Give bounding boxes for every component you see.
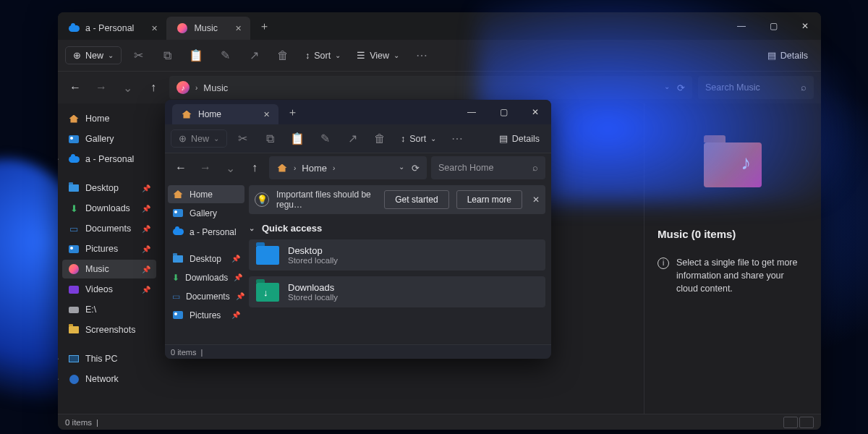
sidebar-item-documents[interactable]: ▭Documents📌: [62, 219, 156, 238]
sidebar-item-this-pc[interactable]: ›This PC: [62, 349, 156, 368]
sidebar-item-personal[interactable]: ›a - Personal: [62, 150, 156, 169]
more-button[interactable]: ⋯: [445, 128, 469, 150]
minimize-button[interactable]: ―: [456, 100, 488, 126]
sort-button[interactable]: ↕ Sort ⌄: [395, 131, 442, 147]
folder-green-icon: ↓: [256, 283, 279, 302]
tab-personal[interactable]: a - Personal ✕: [58, 17, 166, 40]
sidebar-item-videos[interactable]: Videos📌: [62, 280, 156, 299]
breadcrumb[interactable]: › Home › ⌄ ⟳: [269, 156, 427, 179]
rename-button[interactable]: ✎: [213, 45, 237, 67]
tab-music[interactable]: Music ✕: [166, 17, 250, 40]
sidebar-item-gallery[interactable]: Gallery: [168, 204, 244, 222]
forward-button[interactable]: →: [195, 158, 216, 178]
up-button[interactable]: ↑: [143, 77, 163, 98]
breadcrumb-segment[interactable]: Home: [302, 163, 327, 174]
chevron-right-icon: ›: [195, 84, 197, 92]
sidebar-item-drive-e[interactable]: E:\: [62, 300, 156, 319]
tab-close-icon[interactable]: ✕: [235, 24, 242, 33]
back-button[interactable]: ←: [171, 158, 191, 178]
up-button[interactable]: ↑: [244, 158, 265, 178]
maximize-button[interactable]: ▢: [757, 12, 789, 40]
new-tab-button[interactable]: ＋: [278, 106, 307, 119]
new-label: New: [191, 134, 209, 144]
cut-button[interactable]: ✂: [230, 128, 255, 150]
sidebar-item-music[interactable]: Music📌: [62, 260, 156, 278]
get-started-button[interactable]: Get started: [384, 190, 448, 209]
delete-button[interactable]: 🗑: [271, 45, 295, 67]
search-placeholder: Search Home: [438, 163, 493, 173]
view-button[interactable]: ☰ View ⌄: [351, 47, 405, 64]
copy-button[interactable]: ⧉: [155, 45, 179, 67]
rename-button[interactable]: ✎: [312, 128, 337, 150]
tile-detail: Stored locally: [288, 293, 338, 302]
refresh-button[interactable]: ⟳: [412, 163, 420, 174]
recent-button[interactable]: ⌄: [220, 158, 240, 178]
close-button[interactable]: ✕: [789, 12, 821, 40]
delete-button[interactable]: 🗑: [367, 128, 392, 150]
sidebar-item-downloads[interactable]: ⬇Downloads📌: [168, 268, 244, 286]
sidebar-item-documents[interactable]: ▭Documents📌: [168, 287, 244, 305]
more-button[interactable]: ⋯: [409, 45, 434, 67]
cut-button[interactable]: ✂: [126, 45, 150, 67]
quick-access-tile-desktop[interactable]: Desktop Stored locally: [249, 239, 545, 271]
tab-close-icon[interactable]: ✕: [263, 110, 270, 119]
chevron-down-icon[interactable]: ⌄: [664, 82, 670, 93]
sidebar-item-desktop[interactable]: Desktop📌: [168, 250, 244, 268]
details-toggle[interactable]: ▤ Details: [762, 47, 814, 64]
cloud-icon: [172, 226, 184, 238]
refresh-button[interactable]: ⟳: [677, 82, 685, 93]
paste-button[interactable]: 📋: [184, 45, 208, 67]
sidebar-item-label: Desktop: [85, 183, 119, 193]
pin-icon: 📌: [231, 311, 240, 319]
search-input[interactable]: Search Home ⌕: [431, 156, 545, 179]
pin-icon: 📌: [231, 255, 240, 263]
chevron-down-icon[interactable]: ⌄: [399, 163, 404, 174]
minimize-button[interactable]: ―: [726, 12, 757, 40]
pin-icon: 📌: [142, 225, 150, 233]
chevron-right-icon[interactable]: ›: [58, 156, 59, 163]
sidebar-item-label: Gallery: [85, 134, 114, 144]
sidebar: Home Gallery ›a - Personal Desktop📌 ⬇Dow…: [58, 103, 159, 414]
sidebar-item-personal[interactable]: ›a - Personal: [168, 223, 244, 241]
quick-access-header[interactable]: ⌄ Quick access: [246, 220, 551, 239]
sidebar-item-pictures[interactable]: Pictures📌: [168, 306, 244, 324]
new-tab-button[interactable]: ＋: [250, 20, 278, 33]
back-button[interactable]: ←: [65, 77, 85, 98]
close-icon[interactable]: ✕: [532, 195, 540, 205]
sidebar-item-desktop[interactable]: Desktop📌: [62, 179, 156, 197]
sidebar-item-downloads[interactable]: ⬇Downloads📌: [62, 199, 156, 218]
new-button[interactable]: ⊕ New ⌄: [65, 46, 122, 64]
search-input[interactable]: Search Music ⌕: [698, 76, 814, 99]
cloud-icon: [68, 153, 80, 165]
share-button[interactable]: ↗: [340, 128, 365, 150]
tab-close-icon[interactable]: ✕: [151, 24, 158, 33]
close-button[interactable]: ✕: [519, 100, 551, 126]
view-grid-button[interactable]: [799, 417, 814, 428]
sidebar-item-label: Screenshots: [85, 325, 135, 335]
breadcrumb-segment[interactable]: Music: [203, 82, 228, 93]
paste-button[interactable]: 📋: [285, 128, 310, 150]
quick-access-tile-downloads[interactable]: ↓ Downloads Stored locally: [249, 276, 545, 307]
view-list-button[interactable]: [783, 417, 798, 428]
maximize-button[interactable]: ▢: [488, 100, 519, 126]
new-button[interactable]: ⊕ New ⌄: [171, 129, 227, 148]
sort-button[interactable]: ↕ Sort ⌄: [299, 48, 346, 64]
pc-icon: [68, 353, 80, 365]
chevron-right-icon[interactable]: ›: [58, 375, 59, 383]
sidebar-item-home[interactable]: Home: [62, 109, 156, 128]
sidebar-item-screenshots[interactable]: Screenshots: [62, 320, 156, 339]
recent-button[interactable]: ⌄: [117, 77, 137, 98]
copy-button[interactable]: ⧉: [258, 128, 282, 150]
tab-home[interactable]: Home ✕: [172, 104, 278, 124]
sidebar-item-home[interactable]: Home: [168, 185, 244, 203]
breadcrumb[interactable]: ♪ › Music ⌄ ⟳: [169, 76, 692, 99]
details-toggle[interactable]: ▤ Details: [493, 130, 545, 147]
sidebar-item-pictures[interactable]: Pictures📌: [62, 239, 156, 258]
window-controls: ― ▢ ✕: [726, 12, 821, 40]
sidebar-item-network[interactable]: ›Network: [62, 370, 156, 388]
forward-button[interactable]: →: [91, 77, 111, 98]
sidebar-item-gallery[interactable]: Gallery: [62, 129, 156, 148]
learn-more-button[interactable]: Learn more: [456, 190, 522, 209]
chevron-right-icon[interactable]: ›: [58, 355, 59, 362]
share-button[interactable]: ↗: [242, 45, 266, 67]
